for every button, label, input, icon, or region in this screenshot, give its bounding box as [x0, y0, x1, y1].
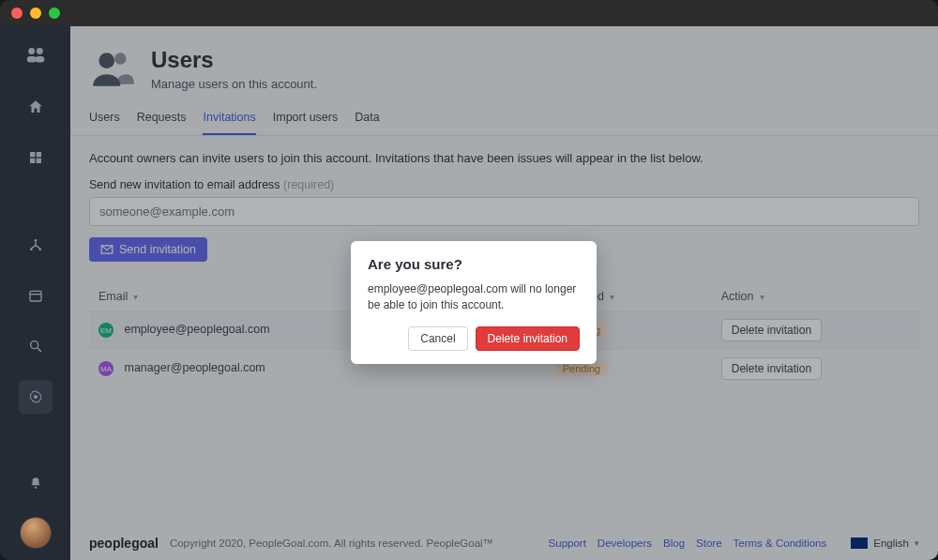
- svg-rect-7: [36, 159, 40, 163]
- svg-point-9: [30, 248, 33, 250]
- user-avatar[interactable]: [20, 517, 52, 549]
- svg-rect-11: [30, 291, 41, 301]
- modal-delete-button[interactable]: Delete invitation: [476, 326, 580, 351]
- nav-home-icon[interactable]: [19, 90, 53, 124]
- svg-point-0: [28, 48, 35, 54]
- window-close-icon[interactable]: [11, 8, 23, 19]
- svg-rect-3: [35, 56, 44, 63]
- sidebar: [0, 26, 70, 560]
- svg-line-14: [38, 348, 41, 352]
- nav-search-icon[interactable]: [19, 329, 53, 363]
- svg-point-15: [34, 395, 38, 399]
- svg-point-13: [30, 341, 38, 349]
- window-minimize-icon[interactable]: [30, 8, 41, 19]
- window-titlebar: [0, 0, 938, 26]
- svg-point-16: [34, 487, 36, 489]
- nav-hierarchy-icon[interactable]: [19, 228, 53, 262]
- svg-rect-4: [30, 152, 35, 157]
- nav-calendar-icon[interactable]: [19, 279, 53, 312]
- svg-point-8: [34, 239, 37, 242]
- modal-title: Are you sure?: [368, 256, 580, 272]
- svg-rect-5: [36, 152, 40, 157]
- svg-point-1: [36, 48, 42, 54]
- modal-cancel-button[interactable]: Cancel: [408, 326, 467, 351]
- nav-notifications-icon[interactable]: [19, 466, 53, 500]
- nav-users-icon[interactable]: [19, 39, 53, 73]
- confirm-delete-modal: Are you sure? employee@peoplegoal.com wi…: [351, 241, 597, 364]
- svg-rect-2: [26, 56, 36, 63]
- modal-body: employee@peoplegoal.com will no longer b…: [368, 281, 580, 313]
- svg-rect-6: [30, 159, 35, 163]
- nav-grid-icon[interactable]: [19, 141, 53, 174]
- window-maximize-icon[interactable]: [49, 8, 60, 19]
- nav-settings-icon[interactable]: [19, 380, 53, 414]
- svg-point-10: [38, 248, 41, 250]
